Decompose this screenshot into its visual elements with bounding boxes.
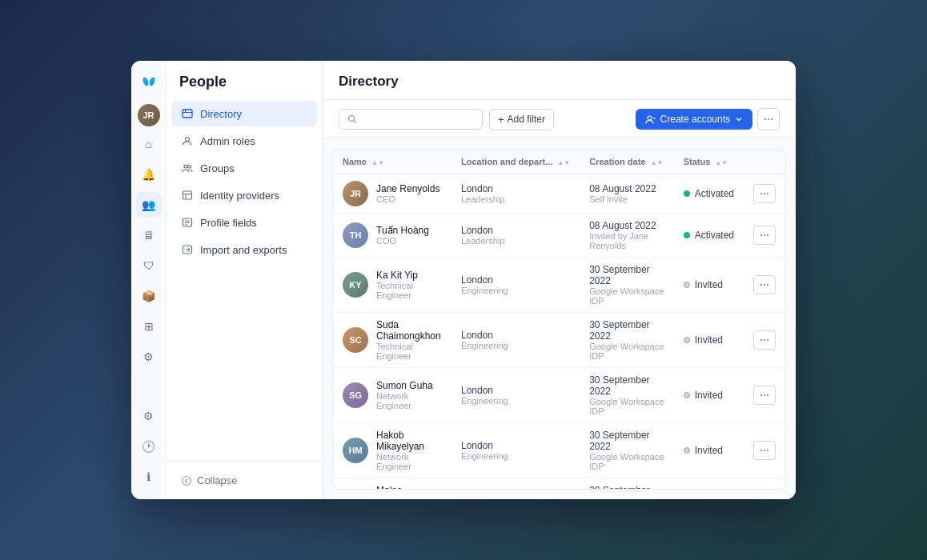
- col-creation-date[interactable]: Creation date ▲▼: [580, 150, 673, 174]
- sidebar-item-identity-providers[interactable]: Identity providers: [171, 182, 317, 208]
- dept-text-5: Engineering: [461, 451, 570, 461]
- cell-location-2: London Engineering: [451, 258, 580, 313]
- collapse-button[interactable]: Collapse: [176, 471, 312, 490]
- search-input[interactable]: [362, 114, 474, 125]
- people-icon[interactable]: 👥: [136, 192, 162, 218]
- cell-location-3: London Engineering: [451, 313, 580, 368]
- table-row[interactable]: TH Tuấn Hoàng COO London Leadership 08 A…: [333, 214, 785, 258]
- search-box[interactable]: [339, 109, 483, 130]
- table-row[interactable]: SC Suda Chaimongkhon Technical Engineer …: [333, 313, 785, 368]
- status-label-4: Invited: [695, 390, 723, 401]
- invite-text-5: Google Workspace IDP: [589, 452, 664, 471]
- person-name-0: Jane Renyolds: [376, 183, 439, 194]
- sort-status-icon: ▲▼: [715, 159, 728, 166]
- box-icon[interactable]: 📦: [136, 283, 162, 309]
- sidebar-item-label-admin-roles: Admin roles: [200, 135, 255, 147]
- invite-text-3: Google Workspace IDP: [589, 342, 664, 361]
- row-dots-icon-2: [760, 280, 769, 290]
- row-dots-icon-3: [760, 335, 769, 345]
- row-actions-button-0[interactable]: [753, 184, 776, 203]
- svg-point-0: [142, 77, 149, 86]
- svg-point-28: [767, 193, 768, 194]
- sidebar-item-label-profile-fields: Profile fields: [200, 217, 257, 229]
- shield-icon[interactable]: 🛡: [136, 253, 162, 278]
- sidebar-item-admin-roles[interactable]: Admin roles: [171, 128, 317, 154]
- settings-icon[interactable]: ⚙: [136, 344, 162, 370]
- sidebar-item-directory[interactable]: Directory: [171, 101, 317, 126]
- location-text-5: London: [461, 440, 570, 451]
- cell-name-0: JR Jane Renyolds CEO: [333, 174, 451, 214]
- svg-point-39: [764, 394, 765, 396]
- cell-date-2: 30 September 2022 Google Workspace IDP: [580, 258, 673, 313]
- col-location[interactable]: Location and depart... ▲▼: [451, 150, 580, 174]
- cell-date-0: 08 August 2022 Self invite: [580, 174, 673, 214]
- sort-date-icon: ▲▼: [651, 159, 664, 166]
- user-avatar[interactable]: JR: [138, 104, 160, 126]
- cell-date-4: 30 September 2022 Google Workspace IDP: [580, 368, 673, 423]
- avatar-4: SG: [343, 382, 368, 408]
- person-role-5: Network Engineer: [376, 452, 442, 471]
- clock-icon[interactable]: 🕐: [136, 434, 162, 459]
- toolbar-actions: Create accounts: [636, 108, 780, 130]
- groups-icon: [181, 162, 194, 174]
- row-actions-button-4[interactable]: [753, 386, 776, 405]
- cell-name-6: MK Malee Kongthong Software Engineer: [333, 478, 451, 490]
- person-name-6: Malee Kongthong: [376, 485, 442, 490]
- monitor-icon[interactable]: 🖥: [136, 222, 162, 248]
- location-text-1: London: [461, 225, 570, 236]
- invite-text-2: Google Workspace IDP: [589, 286, 664, 306]
- cell-name-1: TH Tuấn Hoàng COO: [333, 214, 451, 258]
- cell-actions-6: [744, 478, 785, 490]
- status-label-1: Activated: [695, 230, 734, 241]
- grid-icon[interactable]: ⊞: [136, 314, 162, 339]
- row-actions-button-3[interactable]: [753, 330, 776, 350]
- col-name-label: Name: [343, 157, 367, 166]
- svg-point-23: [764, 118, 766, 120]
- svg-point-29: [760, 234, 762, 236]
- dept-text-0: Leadership: [461, 194, 570, 204]
- row-actions-button-5[interactable]: [753, 441, 776, 460]
- gear-icon[interactable]: ⚙: [136, 403, 162, 429]
- table-row[interactable]: MK Malee Kongthong Software Engineer Lon…: [333, 478, 785, 490]
- location-text-2: London: [461, 274, 570, 286]
- more-options-button[interactable]: [757, 108, 780, 130]
- sidebar-item-label-directory: Directory: [200, 108, 242, 120]
- table-row[interactable]: SG Sumon Guha Network Engineer London En…: [333, 368, 785, 423]
- app-logo: [138, 70, 160, 93]
- col-name[interactable]: Name ▲▼: [333, 150, 451, 174]
- add-filter-button[interactable]: + Add filter: [489, 109, 554, 130]
- people-table: Name ▲▼ Location and depart... ▲▼ Creati…: [333, 150, 785, 490]
- row-actions-button-1[interactable]: [753, 226, 776, 245]
- row-actions-button-2[interactable]: [753, 275, 776, 294]
- person-name-1: Tuấn Hoàng: [376, 225, 429, 236]
- sidebar-item-profile-fields[interactable]: Profile fields: [171, 210, 317, 235]
- svg-point-25: [771, 118, 772, 120]
- sidebar-item-groups[interactable]: Groups: [171, 155, 317, 181]
- sidebar-item-label-import-exports: Import and exports: [200, 244, 287, 256]
- create-accounts-label: Create accounts: [660, 114, 730, 125]
- create-accounts-button[interactable]: Create accounts: [636, 109, 752, 130]
- info-icon[interactable]: ℹ: [136, 464, 162, 490]
- home-icon[interactable]: ⌂: [136, 131, 162, 157]
- invite-text-1: Invited by Jane Renyolds: [589, 231, 664, 250]
- cell-location-0: London Leadership: [451, 174, 580, 214]
- sidebar-item-import-exports[interactable]: Import and exports: [171, 237, 317, 262]
- location-text-0: London: [461, 183, 570, 194]
- svg-point-17: [183, 476, 191, 485]
- table-row[interactable]: KY Ka Kit Yip Technical Engineer London …: [333, 258, 785, 313]
- svg-point-5: [186, 138, 190, 142]
- cell-status-0: Activated: [674, 174, 744, 214]
- col-location-label: Location and depart...: [461, 157, 552, 166]
- status-label-2: Invited: [695, 279, 723, 290]
- table-body: JR Jane Renyolds CEO London Leadership 0…: [333, 174, 785, 490]
- cell-location-5: London Engineering: [451, 423, 580, 478]
- svg-point-43: [767, 450, 768, 451]
- bell-icon[interactable]: 🔔: [136, 162, 162, 187]
- status-label-5: Invited: [695, 445, 723, 456]
- sidebar-item-label-identity-providers: Identity providers: [200, 190, 279, 202]
- table-row[interactable]: JR Jane Renyolds CEO London Leadership 0…: [333, 174, 785, 214]
- status-label-0: Activated: [695, 188, 734, 199]
- col-status[interactable]: Status ▲▼: [674, 150, 744, 174]
- table-row[interactable]: HM Hakob Mikayelyan Network Engineer Lon…: [333, 423, 785, 478]
- date-text-3: 30 September 2022: [589, 319, 664, 342]
